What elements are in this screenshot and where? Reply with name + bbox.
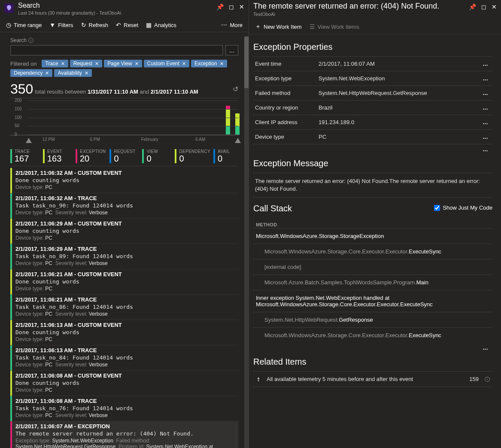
view-work-items-button[interactable]: ☰View Work Items bbox=[310, 23, 359, 30]
event-row[interactable]: 2/1/2017, 11:06:07 AM - EXCEPTIONThe rem… bbox=[10, 421, 238, 448]
legend-item[interactable]: TRACE167 bbox=[10, 149, 35, 163]
stack-frame[interactable]: Microsoft.WindowsAzure.Storage.Core.Exec… bbox=[253, 327, 492, 343]
properties-table: Event time2/1/2017, 11:06:07 AM…Exceptio… bbox=[253, 56, 492, 144]
stack-frame[interactable]: Microsoft.WindowsAzure.Storage.Core.Exec… bbox=[253, 244, 492, 259]
filter-tag[interactable]: Trace ✕ bbox=[42, 60, 68, 67]
legend-item[interactable]: EXCEPTION20 bbox=[76, 149, 102, 163]
legend-item[interactable]: EVENT163 bbox=[43, 149, 68, 163]
event-row[interactable]: 2/1/2017, 11:06:08 AM - TRACETask task_n… bbox=[10, 396, 238, 421]
remove-tag-icon[interactable]: ✕ bbox=[135, 61, 139, 67]
new-work-item-button[interactable]: ＋New Work Item bbox=[255, 23, 302, 30]
event-row[interactable]: 2/1/2017, 11:06:32 AM - TRACETask task_n… bbox=[10, 193, 238, 219]
property-more-button[interactable]: … bbox=[481, 61, 491, 67]
property-row[interactable]: Country or regionBrazil… bbox=[253, 100, 492, 115]
event-row[interactable]: 2/1/2017, 11:06:13 AM - TRACETask task_n… bbox=[10, 345, 238, 371]
event-row[interactable]: 2/1/2017, 11:06:29 AM - CUSTOM EVENTDone… bbox=[10, 219, 238, 244]
stack-frame[interactable]: Microsoft.Azure.Batch.Samples.TopNWordsS… bbox=[253, 274, 492, 290]
remove-tag-icon[interactable]: ✕ bbox=[61, 61, 65, 67]
plus-icon: ＋ bbox=[255, 23, 261, 30]
pin-icon[interactable]: 📌 bbox=[216, 3, 224, 10]
search-input[interactable] bbox=[10, 45, 223, 55]
call-stack: Microsoft.WindowsAzure.Storage.StorageEx… bbox=[253, 228, 492, 343]
filter-tag[interactable]: Custom Event ✕ bbox=[144, 60, 189, 67]
details-title: The remote server returned an error: (40… bbox=[253, 2, 465, 11]
property-more-button[interactable]: … bbox=[481, 104, 491, 111]
close-icon[interactable]: ✕ bbox=[492, 3, 497, 10]
related-item-count: 159 bbox=[469, 376, 479, 382]
remove-tag-icon[interactable]: ✕ bbox=[45, 70, 49, 76]
info-icon[interactable]: i bbox=[485, 377, 490, 382]
legend-item[interactable]: DEPENDENCY0 bbox=[175, 149, 206, 163]
close-icon[interactable]: ✕ bbox=[239, 3, 244, 10]
filters-button[interactable]: ▼Filters bbox=[49, 21, 73, 28]
related-item-row[interactable]: ➚ All available telemetry 5 minutes befo… bbox=[253, 371, 492, 387]
legend-item[interactable]: REQUEST0 bbox=[109, 149, 134, 163]
event-row[interactable]: 2/1/2017, 11:06:32 AM - CUSTOM EVENTDone… bbox=[10, 168, 238, 193]
event-row[interactable]: 2/1/2017, 11:06:13 AM - CUSTOM EVENTDone… bbox=[10, 320, 238, 345]
event-row[interactable]: 2/1/2017, 11:06:21 AM - CUSTOM EVENTDone… bbox=[10, 269, 238, 295]
show-just-my-code-input[interactable] bbox=[434, 205, 440, 211]
more-button[interactable]: ⋯More bbox=[221, 21, 243, 28]
stack-frame[interactable]: System.Net.HttpWebRequest.GetResponse bbox=[253, 312, 492, 327]
property-row[interactable]: Failed methodSystem.Net.HttpWebRequest.G… bbox=[253, 85, 492, 100]
range-start-handle[interactable] bbox=[26, 138, 32, 143]
info-icon[interactable]: i bbox=[28, 38, 33, 43]
details-header: The remote server returned an error: (40… bbox=[249, 0, 501, 19]
property-more-button[interactable]: … bbox=[481, 119, 491, 125]
property-row[interactable]: Event time2/1/2017, 11:06:07 AM… bbox=[253, 56, 492, 71]
event-row[interactable]: 2/1/2017, 11:06:21 AM - TRACETask task_n… bbox=[10, 295, 238, 320]
remove-tag-icon[interactable]: ✕ bbox=[95, 61, 99, 67]
filter-tag[interactable]: Page View ✕ bbox=[104, 60, 142, 67]
search-title: Search bbox=[18, 2, 212, 9]
refresh-button[interactable]: ↻Refresh bbox=[81, 21, 109, 28]
stack-frame[interactable]: [external code] bbox=[253, 259, 492, 274]
remove-tag-icon[interactable]: ✕ bbox=[220, 61, 224, 67]
filter-tag[interactable]: Exception ✕ bbox=[191, 60, 227, 67]
property-more-button[interactable]: … bbox=[481, 90, 491, 96]
details-toolbar: ＋New Work Item ☰View Work Items bbox=[249, 19, 501, 34]
time-range-button[interactable]: ◷Time range bbox=[6, 21, 42, 28]
timeline-chart[interactable]: 050100150200 12 PM6 PMFebruary6 AM bbox=[10, 101, 238, 146]
reset-button[interactable]: ↶Reset bbox=[116, 21, 138, 28]
filter-tag[interactable]: Availability ✕ bbox=[54, 69, 91, 77]
app-insights-icon bbox=[4, 3, 14, 13]
method-column-header: METHOD bbox=[253, 218, 492, 228]
analytics-button[interactable]: ▦Analytics bbox=[146, 21, 176, 28]
more-properties-button[interactable]: … bbox=[481, 146, 491, 152]
scrollbar-thumb[interactable] bbox=[244, 37, 249, 88]
property-more-button[interactable]: … bbox=[481, 75, 491, 82]
search-more-button[interactable]: … bbox=[225, 45, 238, 55]
callstack-heading: Call Stack bbox=[253, 204, 292, 213]
show-just-my-code-checkbox[interactable]: Show Just My Code bbox=[434, 204, 492, 211]
clock-icon: ◷ bbox=[6, 21, 11, 28]
stack-frame[interactable]: Microsoft.WindowsAzure.Storage.StorageEx… bbox=[253, 228, 492, 244]
filter-tags: Filtered on Trace ✕Request ✕Page View ✕C… bbox=[10, 60, 238, 77]
stack-frame[interactable]: Inner exception System.Net.WebException … bbox=[253, 290, 492, 312]
event-row[interactable]: 2/1/2017, 11:06:29 AM - TRACETask task_n… bbox=[10, 244, 238, 269]
range-end-handle[interactable] bbox=[235, 138, 241, 143]
scrollbar[interactable] bbox=[244, 37, 249, 448]
legend-item[interactable]: AVAIL0 bbox=[213, 149, 238, 163]
more-stack-button[interactable]: … bbox=[481, 344, 491, 351]
property-row[interactable]: Exception typeSystem.Net.WebException… bbox=[253, 71, 492, 85]
related-heading: Related Items bbox=[253, 357, 492, 367]
property-row[interactable]: Client IP address191.234.189.0… bbox=[253, 115, 492, 129]
restore-icon[interactable]: ◻ bbox=[481, 3, 486, 10]
pin-icon[interactable]: 📌 bbox=[469, 3, 476, 10]
remove-tag-icon[interactable]: ✕ bbox=[85, 70, 88, 76]
chart-bar[interactable] bbox=[235, 113, 240, 135]
dots-icon: ⋯ bbox=[221, 21, 227, 28]
remove-tag-icon[interactable]: ✕ bbox=[182, 61, 186, 67]
chart-bar[interactable] bbox=[226, 106, 230, 135]
property-more-button[interactable]: … bbox=[481, 134, 491, 140]
property-row[interactable]: Device typePC… bbox=[253, 129, 492, 144]
details-subtitle: TestOboAi bbox=[253, 12, 465, 17]
results-count: 350 bbox=[10, 81, 33, 97]
details-panel: The remote server returned an error: (40… bbox=[249, 0, 501, 448]
filter-tag[interactable]: Dependency ✕ bbox=[10, 69, 52, 77]
legend-item[interactable]: VIEW0 bbox=[142, 149, 167, 163]
event-row[interactable]: 2/1/2017, 11:06:08 AM - CUSTOM EVENTDone… bbox=[10, 371, 238, 396]
restore-icon[interactable]: ◻ bbox=[229, 3, 234, 10]
filter-tag[interactable]: Request ✕ bbox=[70, 60, 103, 67]
history-icon[interactable]: ↺ bbox=[233, 85, 238, 93]
